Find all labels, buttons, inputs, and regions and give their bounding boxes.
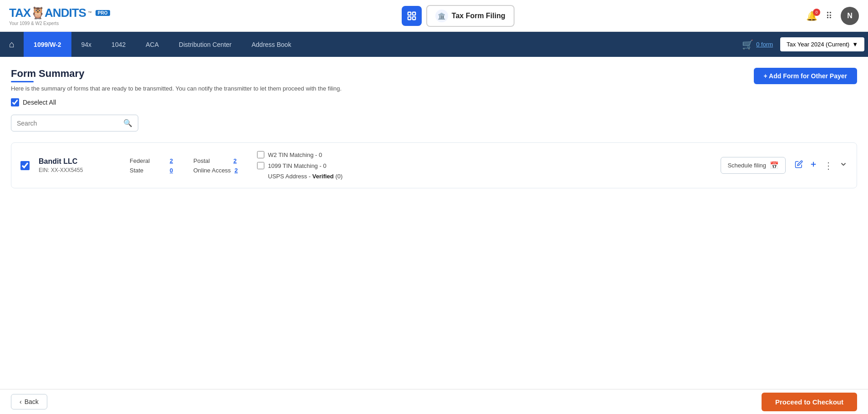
deselect-all-checkbox[interactable] — [11, 98, 19, 106]
state-row: State 0 — [130, 167, 184, 174]
search-box: 🔍 — [11, 115, 138, 131]
logo-pro-badge: PRO — [96, 10, 110, 16]
federal-value[interactable]: 2 — [170, 157, 173, 164]
tin-matching-col: W2 TIN Matching - 0 1099 TIN Matching - … — [257, 151, 348, 180]
payer-right: Schedule filing 📅 ⋮ — [721, 157, 848, 174]
nav-item-distribution-center[interactable]: Distribution Center — [169, 32, 242, 57]
schedule-filing-button[interactable]: Schedule filing 📅 — [721, 157, 786, 174]
svg-rect-3 — [413, 16, 415, 19]
payer-name: Bandit LLC — [39, 157, 121, 166]
header-right: 🔔 0 ⠿ N — [806, 7, 859, 25]
tin1099-label: 1099 TIN Matching - 0 — [268, 162, 326, 169]
nav-item-94x[interactable]: 94x — [71, 32, 102, 57]
notification-badge: 0 — [813, 9, 820, 16]
payer-ein: EIN: XX-XXX5455 — [39, 167, 121, 173]
usps-row: USPS Address - Verified (0) — [257, 173, 348, 180]
tax-year-dropdown[interactable]: Tax Year 2024 (Current) ▼ — [780, 37, 864, 51]
payer-counts: Federal 2 State 0 — [130, 157, 184, 174]
payer-checkbox[interactable] — [20, 161, 30, 170]
tin1099-row: 1099 TIN Matching - 0 — [257, 162, 348, 169]
tax-year-label: Tax Year 2024 (Current) — [787, 41, 849, 48]
more-options-button[interactable]: ⋮ — [824, 160, 833, 171]
apps-grid-button[interactable]: ⠿ — [826, 10, 833, 21]
tax-form-filing-icon: 🏛️ — [435, 10, 448, 22]
top-header: TAX🦉ANDITS ™ PRO Your 1099 & W2 Experts … — [0, 0, 868, 32]
add-form-label: + Add Form for Other Payer — [764, 72, 847, 80]
logo-owl-icon: 🦉 — [30, 6, 45, 20]
postal-row: Postal 2 — [193, 157, 248, 164]
postal-label: Postal — [193, 157, 230, 164]
cart-icon: 🛒 — [742, 39, 753, 50]
w2-tin-label: W2 TIN Matching - 0 — [268, 151, 322, 158]
add-form-button[interactable]: + Add Form for Other Payer — [754, 68, 857, 84]
tax-form-filing-button[interactable]: 🏛️ Tax Form Filing — [426, 5, 515, 27]
nav-bar: ⌂ 1099/W-2 94x 1042 ACA Distribution Cen… — [0, 32, 868, 57]
deselect-all-label[interactable]: Deselect All — [23, 99, 56, 106]
usps-verified: Verified — [313, 173, 334, 180]
search-input[interactable] — [17, 120, 120, 127]
logo-subtitle: Your 1099 & W2 Experts — [9, 21, 59, 26]
nav-home-button[interactable]: ⌂ — [0, 32, 24, 57]
nav-item-address-book[interactable]: Address Book — [242, 32, 301, 57]
form-summary-title: Form Summary — [11, 68, 342, 80]
svg-rect-1 — [413, 12, 415, 15]
federal-row: Federal 2 — [130, 157, 184, 164]
nav-item-1099w2[interactable]: 1099/W-2 — [24, 32, 71, 57]
svg-rect-0 — [408, 12, 411, 15]
online-access-label: Online Access — [193, 167, 231, 174]
edit-button[interactable] — [795, 160, 803, 171]
cart-link[interactable]: 0 form — [756, 41, 773, 48]
payer-info: Bandit LLC EIN: XX-XXX5455 — [39, 157, 121, 173]
form-summary-title-area: Form Summary Here is the summary of form… — [11, 68, 342, 92]
tax-form-filing-label: Tax Form Filing — [452, 12, 505, 20]
deselect-row: Deselect All — [11, 98, 857, 106]
logo-main: TAX🦉ANDITS ™ PRO — [9, 6, 110, 20]
tin1099-checkbox[interactable] — [257, 162, 264, 169]
expand-button[interactable] — [839, 160, 848, 171]
postal-value[interactable]: 2 — [233, 157, 237, 164]
logo-taxandits: TAX🦉ANDITS — [9, 6, 86, 20]
logo-area: TAX🦉ANDITS ™ PRO Your 1099 & W2 Experts — [9, 6, 110, 26]
state-label: State — [130, 167, 166, 174]
notification-button[interactable]: 🔔 0 — [806, 10, 818, 21]
action-icons: ⋮ — [795, 160, 848, 171]
header-center: 🏛️ Tax Form Filing — [117, 5, 799, 27]
w2-tin-row: W2 TIN Matching - 0 — [257, 151, 348, 158]
tax-year-arrow-icon: ▼ — [852, 41, 858, 48]
main-content: Form Summary Here is the summary of form… — [0, 57, 868, 389]
form-summary-underline — [11, 81, 34, 82]
payer-counts-postal: Postal 2 Online Access 2 — [193, 157, 248, 174]
online-access-row: Online Access 2 — [193, 167, 248, 174]
payer-card: Bandit LLC EIN: XX-XXX5455 Federal 2 Sta… — [11, 142, 857, 188]
state-value[interactable]: 0 — [170, 167, 173, 174]
schedule-calendar-icon: 📅 — [770, 161, 779, 170]
nav-item-1042[interactable]: 1042 — [101, 32, 136, 57]
federal-label: Federal — [130, 157, 166, 164]
online-access-value[interactable]: 2 — [234, 167, 237, 174]
search-icon: 🔍 — [123, 119, 132, 127]
cart-area[interactable]: 🛒 0 form — [735, 39, 780, 50]
logo-tm: ™ — [88, 10, 92, 15]
nav-item-aca[interactable]: ACA — [136, 32, 169, 57]
form-summary-desc: Here is the summary of forms that are re… — [11, 85, 342, 92]
usps-count: (0) — [335, 173, 343, 180]
user-avatar[interactable]: N — [841, 7, 859, 25]
svg-rect-2 — [408, 16, 411, 19]
schedule-label: Schedule filing — [727, 162, 766, 169]
w2-tin-checkbox[interactable] — [257, 151, 264, 158]
header-app-icon-button[interactable] — [402, 6, 422, 26]
usps-label: USPS Address - — [268, 173, 311, 180]
add-button[interactable] — [809, 160, 818, 171]
form-summary-header: Form Summary Here is the summary of form… — [11, 68, 857, 92]
